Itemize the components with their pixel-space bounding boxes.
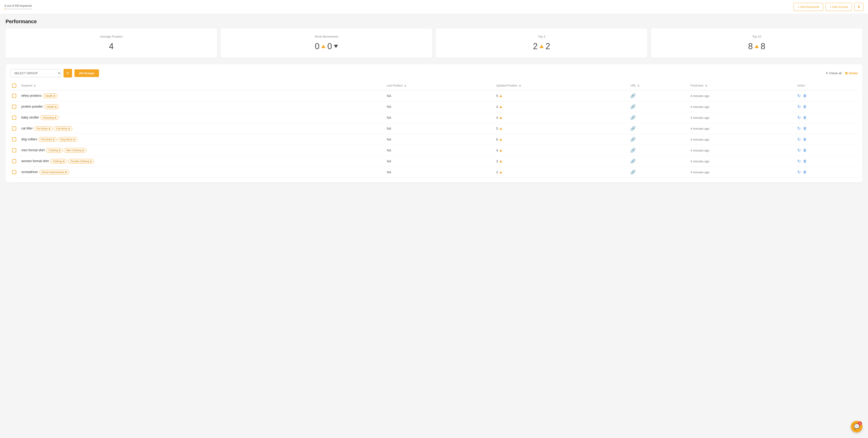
top10-up-value: 8 — [748, 41, 753, 51]
top10-down-value: 8 — [761, 41, 765, 51]
row-delete-button[interactable]: 🗑 — [803, 116, 807, 120]
link-icon[interactable]: 🔗 — [630, 148, 636, 153]
download-button[interactable]: ⬇ — [854, 3, 863, 11]
col-updated-position[interactable]: Updated Position — [494, 81, 628, 90]
updated-position-cell: 3 — [494, 156, 628, 167]
row-refresh-button[interactable]: ↻ — [797, 126, 801, 131]
action-cell: ↻🗑 — [796, 90, 858, 101]
freshness-cell: 4 minutes ago — [688, 156, 796, 167]
tag-remove[interactable]: x — [49, 127, 50, 130]
url-cell[interactable]: 🔗 — [628, 145, 688, 156]
url-cell[interactable]: 🔗 — [628, 112, 688, 123]
tag-remove[interactable]: x — [63, 159, 65, 163]
url-cell[interactable]: 🔗 — [628, 90, 688, 101]
row-checkbox[interactable] — [12, 126, 16, 130]
row-delete-button[interactable]: 🗑 — [803, 105, 807, 109]
keyword-tag: Clothing x — [50, 159, 67, 164]
col-last-position[interactable]: Last Position — [385, 81, 494, 90]
row-checkbox[interactable] — [12, 94, 16, 98]
table-controls: SELECT GROUP ↻ All Groups ↻ Check all 🗑 … — [10, 69, 858, 78]
row-checkbox[interactable] — [12, 148, 16, 152]
row-delete-button[interactable]: 🗑 — [803, 148, 807, 152]
rank-up-arrow — [321, 45, 326, 48]
row-refresh-button[interactable]: ↻ — [797, 115, 801, 120]
keyword-name: cat litter — [21, 126, 33, 130]
last-position-cell: NA — [385, 123, 494, 134]
tag-remove[interactable]: x — [54, 94, 55, 97]
link-icon[interactable]: 🔗 — [630, 105, 636, 109]
group-select[interactable]: SELECT GROUP — [10, 69, 61, 77]
refresh-button[interactable]: ↻ — [64, 69, 72, 78]
row-delete-button[interactable]: 🗑 — [803, 170, 807, 174]
row-refresh-button[interactable]: ↻ — [797, 148, 801, 153]
download-icon: ⬇ — [857, 5, 860, 9]
select-all-checkbox[interactable] — [12, 84, 16, 88]
link-icon[interactable]: 🔗 — [630, 137, 636, 142]
row-refresh-button[interactable]: ↻ — [797, 137, 801, 142]
row-refresh-button[interactable]: ↻ — [797, 104, 801, 109]
row-refresh-button[interactable]: ↻ — [797, 170, 801, 175]
row-checkbox[interactable] — [12, 159, 16, 163]
action-cell: ↻🗑 — [796, 145, 858, 156]
updated-position-cell: 4 — [494, 112, 628, 123]
delete-link[interactable]: 🗑 Delete — [845, 71, 858, 75]
link-icon[interactable]: 🔗 — [630, 170, 636, 174]
row-refresh-button[interactable]: ↻ — [797, 93, 801, 98]
table-row: cat litterPet Niche xCat Niche xNA5 🔗4 m… — [10, 123, 858, 134]
tag-remove[interactable]: x — [55, 105, 57, 108]
row-refresh-button[interactable]: ↻ — [797, 159, 801, 164]
tag-remove[interactable]: x — [55, 116, 56, 119]
row-delete-button[interactable]: 🗑 — [803, 159, 807, 163]
tag-remove[interactable]: x — [53, 138, 55, 141]
all-groups-button[interactable]: All Groups — [74, 69, 99, 77]
row-delete-button[interactable]: 🗑 — [803, 94, 807, 98]
updated-pos-value: 3 — [496, 159, 627, 163]
url-cell[interactable]: 🔗 — [628, 123, 688, 134]
last-position-cell: NA — [385, 167, 494, 178]
keyword-tag: Pet Niche x — [38, 137, 57, 142]
tag-remove[interactable]: x — [59, 149, 61, 152]
link-icon[interactable]: 🔗 — [630, 115, 636, 120]
url-cell[interactable]: 🔗 — [628, 101, 688, 112]
freshness-cell: 4 minutes ago — [688, 90, 796, 101]
tag-remove[interactable]: x — [65, 171, 67, 174]
link-icon[interactable]: 🔗 — [630, 159, 636, 164]
rank-down-value: 0 — [328, 41, 332, 51]
row-delete-button[interactable]: 🗑 — [803, 137, 807, 142]
url-cell[interactable]: 🔗 — [628, 167, 688, 178]
freshness-cell: 4 minutes ago — [688, 112, 796, 123]
url-cell[interactable]: 🔗 — [628, 134, 688, 145]
tag-remove[interactable]: x — [68, 127, 70, 130]
row-checkbox[interactable] — [12, 116, 16, 120]
refresh-check-icon: ↻ — [826, 71, 828, 75]
col-url[interactable]: URL — [628, 81, 688, 90]
last-position-cell: NA — [385, 145, 494, 156]
link-icon[interactable]: 🔗 — [630, 93, 636, 98]
add-groups-button[interactable]: + Add Groups — [826, 3, 852, 11]
tag-remove[interactable]: x — [73, 138, 75, 141]
progress-bar-fill — [5, 8, 5, 10]
perf-card-top3: Top 3 2 2 — [436, 28, 647, 58]
keyword-tag: Clothing x — [46, 148, 63, 153]
updated-position-cell: 5 — [494, 123, 628, 134]
action-cell: ↻🗑 — [796, 123, 858, 134]
check-all-link[interactable]: ↻ Check all — [826, 71, 842, 75]
row-delete-button[interactable]: 🗑 — [803, 126, 807, 130]
row-checkbox[interactable] — [12, 105, 16, 109]
updated-pos-value: 5 — [496, 94, 627, 98]
top3-up-value: 2 — [533, 41, 538, 51]
tag-remove[interactable]: x — [82, 149, 84, 152]
tag-remove[interactable]: x — [90, 159, 92, 163]
col-freshness[interactable]: Freshness — [688, 81, 796, 90]
row-checkbox[interactable] — [12, 137, 16, 142]
keyword-name: men formal shirt — [21, 148, 44, 152]
col-keyword[interactable]: Keyword — [20, 81, 385, 90]
top-bar: 8 out of 500 keywords + Add Keywords + A… — [0, 0, 868, 14]
link-icon[interactable]: 🔗 — [630, 126, 636, 131]
url-cell[interactable]: 🔗 — [628, 156, 688, 167]
perf-card-avg-position: Average Position 4 — [6, 28, 217, 58]
add-keywords-button[interactable]: + Add Keywords — [794, 3, 823, 11]
row-checkbox[interactable] — [12, 170, 16, 174]
table-row: dog collarsPet Niche xDog Niche xNA6 🔗4 … — [10, 134, 858, 145]
top-actions: + Add Keywords + Add Groups ⬇ — [794, 3, 863, 11]
